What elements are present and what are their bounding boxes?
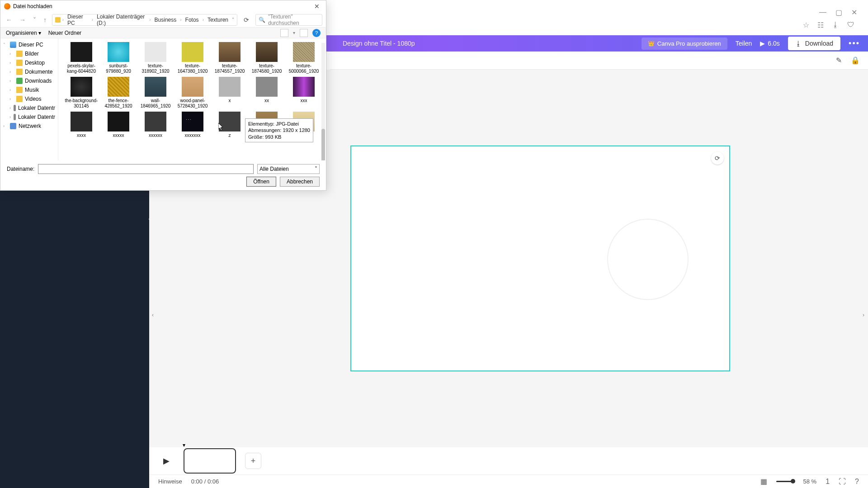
file-thumbnail [256, 42, 278, 62]
maximize-icon[interactable]: ▢ [835, 8, 842, 17]
tree-item[interactable]: ˅Dieser PC [0, 40, 58, 49]
file-name-label: wall-1846965_1920 [138, 98, 173, 109]
breadcrumb-dropdown-icon[interactable]: ˅ [232, 17, 234, 22]
dialog-search-input[interactable]: 🔍 "Texturen" durchsuchen [255, 14, 322, 26]
download-button[interactable]: ⭳ Download [788, 37, 840, 50]
file-item[interactable]: xx [249, 77, 284, 109]
scrollbar-thumb[interactable] [321, 129, 325, 160]
grid-view-icon[interactable]: ▦ [760, 477, 767, 486]
chevron-icon[interactable]: › [9, 88, 14, 92]
share-button[interactable]: Teilen [736, 40, 752, 47]
organize-menu[interactable]: Organisieren ▾ [6, 30, 41, 36]
download-indicator-icon[interactable]: ⭳ [832, 21, 839, 29]
bookmark-star-icon[interactable]: ☆ [803, 21, 809, 29]
cancel-button[interactable]: Abbrechen [280, 177, 320, 187]
file-item[interactable]: xxxxx [101, 112, 136, 138]
file-item[interactable]: wall-1846965_1920 [138, 77, 173, 109]
tree-item[interactable]: ›Lokaler Datentr [0, 103, 58, 113]
minimize-icon[interactable]: — [819, 8, 826, 17]
file-item[interactable]: z [212, 112, 247, 138]
tree-item[interactable]: ›Bilder [0, 49, 58, 58]
file-item[interactable]: texture-1874580_1920 [249, 42, 284, 74]
new-folder-button[interactable]: Neuer Ordner [48, 30, 81, 36]
file-item[interactable]: texture-5000066_1920 [286, 42, 321, 74]
file-item[interactable]: wood-panel-5728430_1920 [175, 77, 210, 109]
canvas-circle-shape[interactable] [607, 219, 689, 300]
wand-icon[interactable]: ✎ [836, 56, 842, 65]
file-type-filter[interactable]: Alle Dateien ˅ [257, 164, 320, 174]
file-item[interactable]: xxxxxxx [175, 112, 210, 138]
zoom-slider-handle[interactable] [791, 479, 795, 483]
file-item[interactable]: texture-318902_1920 [138, 42, 173, 74]
chevron-icon[interactable]: › [9, 61, 14, 65]
chevron-icon[interactable]: › [9, 79, 14, 83]
scrollbar[interactable] [321, 43, 325, 160]
tree-item[interactable]: ›Dokumente [0, 67, 58, 76]
file-item[interactable]: sunburst-979880_920 [101, 42, 136, 74]
tree-item[interactable]: ›Lokaler Datentr [0, 113, 58, 122]
dialog-titlebar[interactable]: Datei hochladen ✕ [0, 0, 326, 12]
fullscreen-icon[interactable]: ⛶ [839, 478, 846, 486]
folder-tree[interactable]: ˅Dieser PC›Bilder›Desktop›Dokumente›Down… [0, 38, 58, 160]
breadcrumb-seg[interactable]: Business [153, 16, 179, 24]
dialog-close-icon[interactable]: ✕ [311, 2, 322, 11]
nav-history-dropdown-icon[interactable]: ˅ [31, 15, 38, 24]
nav-forward-icon[interactable]: → [18, 15, 28, 24]
file-item[interactable]: xxxx [64, 112, 99, 138]
file-item[interactable]: xxxxxx [138, 112, 173, 138]
tree-item[interactable]: ›Netzwerk [0, 122, 58, 131]
page-count-icon[interactable]: 1 [826, 478, 830, 486]
more-menu-icon[interactable]: ••• [849, 39, 860, 48]
design-title[interactable]: Design ohne Titel - 1080p [343, 40, 415, 47]
help-icon[interactable]: ? [855, 478, 859, 486]
close-window-icon[interactable]: ✕ [851, 8, 857, 17]
file-item[interactable]: texture-1647380_1920 [175, 42, 210, 74]
chevron-down-icon[interactable]: ▾ [293, 30, 295, 35]
breadcrumb-seg[interactable]: Fotos [184, 16, 201, 24]
chevron-icon[interactable]: › [9, 97, 14, 101]
nav-up-icon[interactable]: ↑ [42, 15, 48, 24]
canvas-page[interactable]: ⟳ [350, 145, 730, 371]
nav-refresh-icon[interactable]: ⟳ [241, 15, 252, 24]
zoom-percent[interactable]: 58 % [803, 478, 817, 485]
timeline-frame[interactable] [184, 448, 236, 474]
chevron-icon[interactable]: › [9, 106, 11, 110]
dialog-help-icon[interactable]: ? [312, 29, 321, 37]
filename-input[interactable] [38, 164, 254, 174]
file-item[interactable]: x [212, 77, 247, 109]
zoom-slider[interactable] [776, 481, 794, 482]
file-item[interactable]: pexels-skylar-kang-6044820 [64, 42, 99, 74]
nav-back-icon[interactable]: ← [4, 15, 14, 24]
file-item[interactable]: the-fence-428562_1920 [101, 77, 136, 109]
breadcrumb-seg[interactable]: Texturen [206, 16, 230, 24]
file-item[interactable]: texture-1874557_1920 [212, 42, 247, 74]
play-duration[interactable]: ▶ 6.0s [760, 40, 779, 47]
chevron-icon[interactable]: › [9, 52, 14, 56]
breadcrumb-seg[interactable]: Lokaler Datenträger (D:) [95, 13, 147, 27]
reader-icon[interactable]: ☷ [817, 21, 824, 29]
lock-icon[interactable]: 🔒 [851, 56, 860, 65]
notes-button[interactable]: Hinweise [158, 478, 182, 485]
timeline-add-button[interactable]: + [245, 453, 261, 469]
view-mode-button[interactable] [280, 29, 288, 37]
timeline-play-button[interactable]: ▶ [158, 453, 175, 469]
file-item[interactable]: the-background-301145 [64, 77, 99, 109]
chevron-icon[interactable]: ˅ [3, 42, 8, 47]
breadcrumb-seg[interactable]: Dieser PC [66, 13, 90, 27]
file-item[interactable]: xxx [286, 77, 321, 109]
try-pro-button[interactable]: Canva Pro ausprobieren [642, 38, 727, 50]
extension-icon[interactable]: 🛡 [847, 21, 854, 29]
chevron-icon[interactable]: › [9, 115, 11, 119]
breadcrumb[interactable]: › Dieser PC› Lokaler Datenträger (D:)› B… [52, 14, 237, 26]
open-button[interactable]: Öffnen [246, 177, 276, 187]
tree-item[interactable]: ›Musik [0, 85, 58, 94]
preview-pane-button[interactable] [300, 29, 308, 37]
chevron-icon[interactable]: › [3, 124, 8, 128]
tree-item[interactable]: ›Downloads [0, 76, 58, 85]
tree-item[interactable]: ›Videos [0, 94, 58, 103]
chevron-icon[interactable]: › [9, 70, 14, 74]
canvas-next-icon[interactable]: › [863, 312, 864, 318]
tree-item[interactable]: ›Desktop [0, 58, 58, 67]
canvas-prev-icon[interactable]: ‹ [152, 312, 154, 318]
canvas-refresh-icon[interactable]: ⟳ [711, 152, 724, 164]
